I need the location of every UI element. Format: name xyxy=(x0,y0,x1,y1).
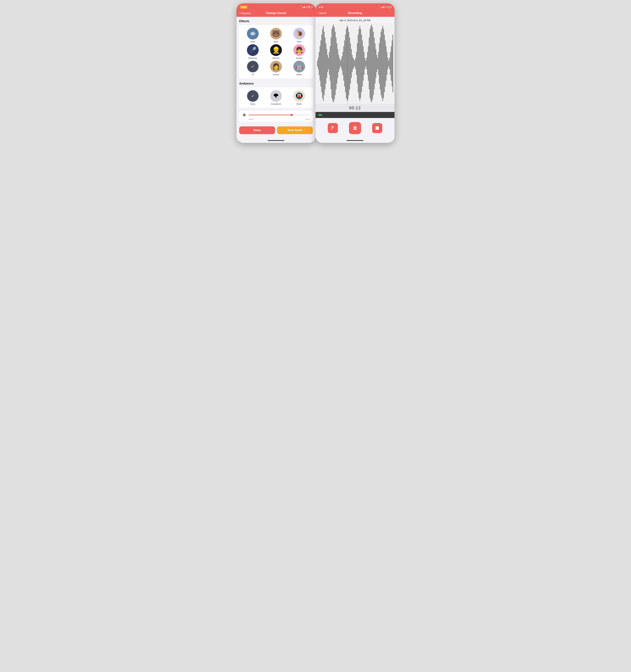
svg-rect-87 xyxy=(390,52,391,75)
svg-rect-8 xyxy=(323,26,323,101)
svg-rect-82 xyxy=(386,46,386,81)
svg-rect-65 xyxy=(371,25,372,102)
robot-emoji: 🤖 xyxy=(295,63,303,70)
svg-rect-58 xyxy=(366,61,366,66)
back-arrow-icon: ‹ xyxy=(239,11,240,15)
svg-rect-19 xyxy=(333,26,333,101)
svg-rect-60 xyxy=(367,52,368,75)
svg-rect-51 xyxy=(360,26,360,101)
kawaii-emoji: 👧 xyxy=(295,47,303,54)
effect-circle-bear: 🐻 xyxy=(270,28,282,40)
effect-circle-robot: 🤖 xyxy=(293,61,305,72)
flag-button[interactable] xyxy=(328,123,338,133)
status-icons-right: ⊛ xyxy=(379,6,391,8)
content-right: Apr 4, 2023 at 9_43_18 PM xyxy=(316,17,394,138)
signal-icon xyxy=(302,6,305,8)
back-label: Playback xyxy=(241,12,251,15)
share-button[interactable]: Share xyxy=(239,126,275,134)
svg-rect-4 xyxy=(320,46,320,81)
svg-rect-28 xyxy=(340,61,341,66)
header-right: ‹ Search Recording xyxy=(316,10,394,17)
effect-ai[interactable]: ✓ AI xyxy=(242,61,264,76)
playback-times: 00:09 00:13 xyxy=(242,118,310,120)
svg-rect-34 xyxy=(345,34,346,92)
search-button[interactable]: ‹ Search xyxy=(317,12,326,15)
svg-rect-31 xyxy=(343,52,343,75)
bear-emoji: 🐻 xyxy=(272,30,280,38)
back-button[interactable]: ‹ Playback xyxy=(239,11,251,15)
svg-rect-39 xyxy=(349,38,350,90)
effect-circle-none xyxy=(247,28,259,40)
ambience-label-snowstorm: Snowstorm xyxy=(271,103,281,105)
effect-label-none: None xyxy=(250,41,255,43)
svg-rect-85 xyxy=(388,61,389,66)
effect-circle-minions: 👷 xyxy=(270,44,282,56)
effect-label-bear: Bear xyxy=(274,41,278,43)
effect-circle-kawaii: 👧 xyxy=(293,44,305,56)
svg-rect-41 xyxy=(351,49,351,78)
stop-button[interactable] xyxy=(372,123,382,133)
svg-rect-42 xyxy=(352,55,353,72)
time-display: 00:12 xyxy=(316,104,394,112)
svg-rect-68 xyxy=(374,38,374,90)
soundwave-icon xyxy=(250,31,255,35)
svg-rect-2 xyxy=(318,58,318,69)
effect-robot[interactable]: 🤖 Robot xyxy=(288,61,310,76)
effect-minions[interactable]: 👷 Minions xyxy=(265,44,287,59)
pause-button[interactable] xyxy=(242,113,247,117)
svg-rect-45 xyxy=(355,61,355,66)
svg-rect-29 xyxy=(341,59,341,68)
svg-rect-17 xyxy=(331,38,331,90)
svg-rect-11 xyxy=(325,43,326,84)
ambience-metro[interactable]: 🚇 Metro xyxy=(288,90,310,105)
record-pause-button[interactable] xyxy=(349,122,361,134)
svg-rect-50 xyxy=(359,29,359,98)
svg-rect-21 xyxy=(334,27,335,99)
effect-kawaii[interactable]: 👧 Kawaii xyxy=(288,44,310,59)
effects-section-title: Effects xyxy=(239,20,313,23)
svg-rect-1 xyxy=(317,61,318,66)
svg-rect-43 xyxy=(353,58,353,69)
snowstorm-emoji: 🌪 xyxy=(273,92,279,99)
effect-none[interactable]: None xyxy=(242,28,264,43)
svg-rect-24 xyxy=(337,43,337,84)
search-label: Search xyxy=(319,12,326,15)
snail-emoji: 🐌 xyxy=(295,30,303,37)
effect-bear[interactable]: 🐻 Bear xyxy=(265,28,287,43)
progress-thumb xyxy=(290,114,293,116)
ambience-grid: ✓ None 🌪 Snowstorm 🚇 Metro xyxy=(239,88,313,108)
pause-bar-2 xyxy=(355,126,356,130)
svg-rect-57 xyxy=(365,58,365,69)
svg-rect-3 xyxy=(319,52,319,75)
svg-rect-33 xyxy=(344,40,345,87)
progress-track[interactable] xyxy=(249,115,310,115)
save-audio-button[interactable]: Save Audio xyxy=(277,126,313,134)
effect-slow[interactable]: 🐌 Slow xyxy=(288,28,310,43)
svg-rect-90 xyxy=(393,34,393,92)
svg-rect-35 xyxy=(346,29,347,98)
svg-rect-71 xyxy=(377,55,377,72)
svg-rect-73 xyxy=(378,52,379,75)
wifi-icon: ⊛ xyxy=(306,6,308,8)
battery-icon-right xyxy=(387,6,391,8)
electronic-emoji: 🎤 xyxy=(249,47,257,54)
svg-rect-67 xyxy=(373,32,374,95)
notification-dot-right xyxy=(379,5,380,6)
svg-rect-48 xyxy=(357,43,358,84)
svg-rect-86 xyxy=(389,58,390,69)
effect-electronic[interactable]: 🎤 Electronic xyxy=(242,44,264,59)
ambience-circle-none: ✓ xyxy=(247,90,259,102)
effect-frozen[interactable]: 👩 Frozen xyxy=(265,61,287,76)
status-bar-left: 5:59 ⊛ xyxy=(237,3,316,10)
ambience-checkmark-icon: ✓ xyxy=(251,94,254,98)
svg-rect-40 xyxy=(350,43,351,84)
ambience-snowstorm[interactable]: 🌪 Snowstorm xyxy=(265,90,287,105)
ambience-section-title: Ambience xyxy=(239,82,313,86)
svg-rect-66 xyxy=(372,27,373,99)
ambience-none[interactable]: ✓ None xyxy=(242,90,264,105)
svg-rect-75 xyxy=(380,38,380,90)
svg-rect-64 xyxy=(371,26,371,101)
svg-rect-25 xyxy=(338,49,338,78)
effect-circle-ai: ✓ xyxy=(247,61,259,72)
minions-emoji: 👷 xyxy=(272,46,280,54)
